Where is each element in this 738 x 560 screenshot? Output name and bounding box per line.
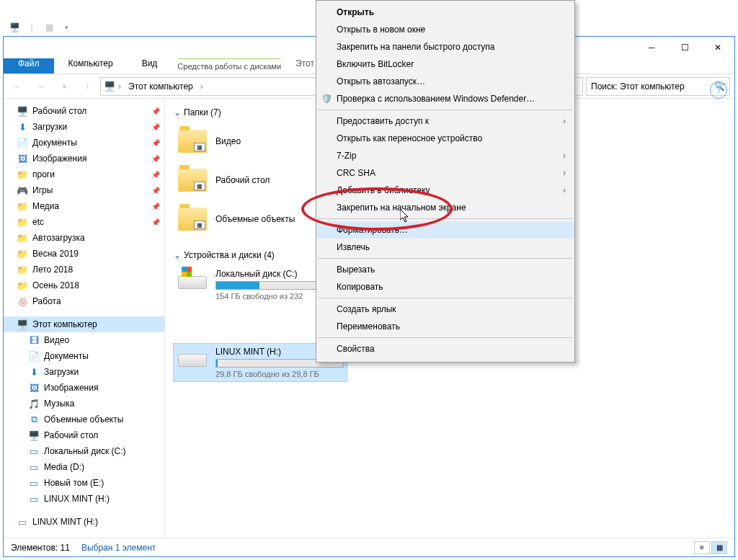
desktop-icon: 🖥️	[17, 105, 28, 117]
context-menu-item[interactable]: Закрепить на начальном экране	[316, 199, 574, 216]
context-menu-item[interactable]: 7-Zip›	[316, 147, 574, 164]
video-icon: 🎞	[28, 334, 40, 346]
pin-icon: 📌	[151, 203, 160, 210]
pin-icon: 📌	[151, 171, 160, 179]
drive-icon: ▭	[28, 461, 40, 473]
context-menu-item[interactable]: Открыть автозапуск…	[316, 73, 574, 90]
close-button[interactable]: ✕	[701, 37, 734, 58]
context-menu-item[interactable]: 🛡️Проверка с использованием Windows Defe…	[316, 90, 574, 107]
sidebar-quick-item[interactable]: 📄Документы📌	[4, 135, 164, 151]
sidebar-pc-item[interactable]: ⬇Загрузки	[4, 364, 164, 380]
sidebar-label: Музыка	[44, 399, 74, 409]
context-menu-item[interactable]: Предоставить доступ к›	[316, 112, 574, 130]
context-menu-item[interactable]: Вырезать	[316, 261, 574, 278]
sidebar-label: Документы	[44, 351, 89, 361]
context-menu-item[interactable]: Открыть как переносное устройство	[316, 130, 574, 147]
context-menu-item[interactable]: CRC SHA›	[316, 164, 574, 182]
chevron-down-icon: ⌄	[174, 250, 181, 260]
sidebar-quick-item[interactable]: 📁проги📌	[4, 166, 164, 182]
sidebar-label: etc	[32, 217, 44, 227]
icons-view-button[interactable]: ▦	[711, 541, 727, 554]
work-icon: ◎	[17, 295, 28, 307]
sidebar-quick-item[interactable]: 📁Лето 2018	[4, 262, 164, 277]
sidebar-pc-item[interactable]: 🖥️Рабочий стол	[4, 427, 164, 443]
context-menu-item[interactable]: Добавить в библиотеку›	[316, 182, 574, 199]
help-button[interactable]: ?	[710, 81, 727, 99]
context-label: Открыть	[337, 7, 374, 17]
sidebar-quick-item[interactable]: 📁Весна 2019	[4, 246, 164, 262]
sidebar-label: Документы	[32, 138, 77, 148]
sidebar-quick-item[interactable]: ◎Работа	[4, 293, 164, 309]
context-label: Открыть как переносное устройство	[337, 133, 482, 143]
folder-item[interactable]: ▦Рабочий стол	[174, 162, 332, 198]
drive-icon	[177, 269, 208, 296]
up-button[interactable]: ↑	[77, 76, 97, 97]
sidebar-label: Объемные объекты	[44, 414, 123, 425]
pin-icon: 📌	[151, 187, 160, 195]
context-menu-item[interactable]: Включить BitLocker	[316, 55, 574, 73]
folder-icon: 📁	[17, 232, 28, 244]
maximize-button[interactable]: ☐	[668, 37, 701, 58]
sidebar-label: Изображения	[32, 154, 86, 164]
folder-item[interactable]: ▦Объемные объекты	[174, 201, 332, 237]
context-menu-item[interactable]: Закрепить на панели быстрого доступа	[316, 38, 574, 55]
music-icon: 🎵	[28, 398, 40, 409]
minimize-button[interactable]: ─	[635, 37, 668, 58]
sidebar-this-pc[interactable]: 🖥️ Этот компьютер	[4, 316, 164, 332]
breadcrumb-root[interactable]: Этот компьютер	[124, 80, 197, 93]
context-menu-item[interactable]: Создать ярлык	[316, 301, 574, 318]
sidebar-pc-item[interactable]: ▭LINUX MINT (H:)	[4, 491, 164, 507]
context-menu-item[interactable]: Копировать	[316, 278, 574, 295]
context-menu-item[interactable]: Открыть в новом окне	[316, 21, 574, 38]
sidebar-label: Лето 2018	[32, 265, 73, 275]
qat-dropdown-icon[interactable]: ▾	[58, 19, 74, 35]
qat-divider: |	[24, 19, 40, 35]
sidebar-quick-item[interactable]: 🖼Изображения📌	[4, 151, 164, 166]
folder-item[interactable]: ▦Видео	[174, 123, 332, 159]
context-label: Закрепить на начальном экране	[337, 203, 466, 213]
forward-button[interactable]: →	[31, 76, 51, 97]
sidebar-quick-item[interactable]: ⬇Загрузки📌	[4, 119, 164, 135]
context-menu: ОткрытьОткрыть в новом окнеЗакрепить на …	[316, 0, 575, 363]
manage-sublabel: Средства работы с дисками	[177, 59, 281, 74]
sidebar-label: Этот компьютер	[32, 319, 97, 329]
pin-icon: 📌	[151, 123, 160, 131]
sidebar-pc-item[interactable]: 🎞Видео	[4, 332, 164, 348]
sidebar-quick-item[interactable]: 📁etc📌	[4, 214, 164, 230]
context-label: Свойства	[337, 344, 375, 354]
context-separator	[318, 298, 573, 298]
back-button[interactable]: ←	[8, 76, 28, 97]
folder-icon: 📁	[17, 264, 28, 275]
sidebar-drive[interactable]: ▭ LINUX MINT (H:)	[4, 514, 164, 530]
sidebar-quick-item[interactable]: 📁Осень 2018	[4, 277, 164, 293]
this-pc-icon[interactable]: 🖥️	[6, 19, 22, 35]
pin-icon: 📌	[151, 139, 160, 147]
sidebar-pc-item[interactable]: ▭Media (D:)	[4, 459, 164, 475]
sidebar-pc-item[interactable]: ▭Новый том (E:)	[4, 475, 164, 491]
status-bar: Элементов: 11 Выбран 1 элемент ≡ ▦	[4, 538, 734, 556]
context-menu-item[interactable]: Свойства	[316, 340, 574, 357]
context-label: Копировать	[337, 282, 383, 292]
sidebar-quick-item[interactable]: 🖥️Рабочий стол📌	[4, 103, 164, 119]
sidebar-pc-item[interactable]: 🖼Изображения	[4, 380, 164, 396]
properties-icon[interactable]: ▦	[41, 19, 57, 35]
sidebar-pc-item[interactable]: 📄Документы	[4, 348, 164, 364]
context-menu-item[interactable]: Переименовать	[316, 318, 574, 335]
sidebar-quick-item[interactable]: 📁Медиа📌	[4, 198, 164, 214]
details-view-button[interactable]: ≡	[694, 541, 710, 554]
download-icon: ⬇	[17, 121, 28, 133]
context-menu-item[interactable]: Форматировать…	[316, 221, 574, 239]
context-menu-item[interactable]: Извлечь	[316, 239, 574, 256]
sidebar-quick-item[interactable]: 🎮Игры📌	[4, 182, 164, 198]
sidebar-label: Рабочий стол	[32, 106, 86, 116]
sidebar-pc-item[interactable]: 🎵Музыка	[4, 396, 164, 412]
sidebar-pc-item[interactable]: ⧉Объемные объекты	[4, 412, 164, 427]
context-label: Переименовать	[337, 321, 400, 332]
search-input[interactable]: Поиск: Этот компьютер 🔍	[586, 77, 730, 96]
recent-dropdown[interactable]: ▾	[54, 76, 74, 97]
sidebar-quick-item[interactable]: 📁Автозагрузка	[4, 230, 164, 246]
sidebar-pc-item[interactable]: ▭Локальный диск (C:)	[4, 443, 164, 459]
folder-label: Видео	[215, 136, 241, 146]
sidebar-label: Новый том (E:)	[44, 478, 104, 488]
context-menu-item[interactable]: Открыть	[316, 4, 574, 21]
